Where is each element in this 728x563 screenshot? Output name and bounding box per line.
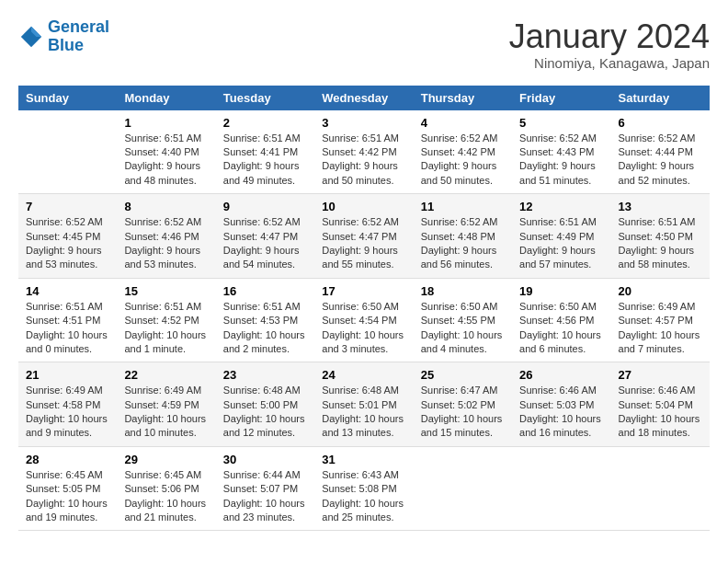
week-row-1: 1Sunrise: 6:51 AM Sunset: 4:40 PM Daylig… [18, 110, 710, 194]
day-info: Sunrise: 6:44 AM Sunset: 5:07 PM Dayligh… [223, 469, 305, 523]
calendar-cell: 14Sunrise: 6:51 AM Sunset: 4:51 PM Dayli… [18, 278, 117, 362]
day-number: 21 [26, 368, 109, 382]
calendar-cell [512, 446, 610, 531]
calendar-cell: 15Sunrise: 6:51 AM Sunset: 4:52 PM Dayli… [117, 278, 215, 362]
day-info: Sunrise: 6:51 AM Sunset: 4:50 PM Dayligh… [619, 216, 696, 270]
week-row-2: 7Sunrise: 6:52 AM Sunset: 4:45 PM Daylig… [18, 194, 710, 279]
day-info: Sunrise: 6:45 AM Sunset: 5:05 PM Dayligh… [26, 469, 108, 523]
day-number: 7 [26, 200, 109, 213]
col-header-thursday: Thursday [414, 86, 512, 110]
day-info: Sunrise: 6:52 AM Sunset: 4:47 PM Dayligh… [322, 216, 399, 270]
col-header-monday: Monday [117, 86, 215, 110]
day-number: 8 [124, 200, 208, 213]
col-header-saturday: Saturday [611, 86, 710, 110]
calendar-cell: 25Sunrise: 6:47 AM Sunset: 5:02 PM Dayli… [414, 362, 512, 447]
day-number: 26 [519, 368, 603, 382]
day-info: Sunrise: 6:52 AM Sunset: 4:45 PM Dayligh… [26, 216, 103, 270]
calendar-cell: 13Sunrise: 6:51 AM Sunset: 4:50 PM Dayli… [611, 194, 710, 279]
day-info: Sunrise: 6:46 AM Sunset: 5:04 PM Dayligh… [619, 385, 700, 438]
calendar-cell: 6Sunrise: 6:52 AM Sunset: 4:44 PM Daylig… [611, 110, 710, 194]
day-number: 15 [124, 284, 208, 298]
calendar-cell [611, 446, 710, 531]
day-info: Sunrise: 6:51 AM Sunset: 4:40 PM Dayligh… [124, 132, 201, 186]
col-header-tuesday: Tuesday [216, 86, 314, 110]
day-number: 2 [223, 116, 307, 130]
calendar-cell: 27Sunrise: 6:46 AM Sunset: 5:04 PM Dayli… [611, 362, 710, 447]
page-subtitle: Ninomiya, Kanagawa, Japan [509, 55, 710, 71]
calendar-cell: 5Sunrise: 6:52 AM Sunset: 4:43 PM Daylig… [512, 110, 610, 194]
day-number: 30 [223, 453, 307, 466]
title-block: January 2024 Ninomiya, Kanagawa, Japan [509, 18, 710, 71]
day-info: Sunrise: 6:46 AM Sunset: 5:03 PM Dayligh… [519, 385, 601, 438]
day-number: 28 [26, 453, 109, 466]
calendar-cell: 2Sunrise: 6:51 AM Sunset: 4:41 PM Daylig… [216, 110, 314, 194]
day-info: Sunrise: 6:51 AM Sunset: 4:52 PM Dayligh… [124, 301, 206, 354]
day-info: Sunrise: 6:49 AM Sunset: 4:59 PM Dayligh… [124, 385, 206, 438]
calendar-cell: 9Sunrise: 6:52 AM Sunset: 4:47 PM Daylig… [216, 194, 314, 279]
calendar-cell: 11Sunrise: 6:52 AM Sunset: 4:48 PM Dayli… [414, 194, 512, 279]
day-info: Sunrise: 6:43 AM Sunset: 5:08 PM Dayligh… [322, 469, 404, 523]
day-number: 19 [519, 284, 603, 298]
calendar-cell: 19Sunrise: 6:50 AM Sunset: 4:56 PM Dayli… [512, 278, 610, 362]
day-number: 9 [223, 200, 307, 213]
day-number: 5 [519, 116, 603, 130]
day-number: 17 [322, 284, 405, 298]
week-row-4: 21Sunrise: 6:49 AM Sunset: 4:58 PM Dayli… [18, 362, 710, 447]
day-info: Sunrise: 6:48 AM Sunset: 5:01 PM Dayligh… [322, 385, 404, 438]
day-info: Sunrise: 6:48 AM Sunset: 5:00 PM Dayligh… [223, 385, 305, 438]
logo: General Blue [18, 18, 109, 55]
day-number: 22 [124, 368, 208, 382]
week-row-3: 14Sunrise: 6:51 AM Sunset: 4:51 PM Dayli… [18, 278, 710, 362]
logo-text: General Blue [48, 18, 109, 55]
calendar-cell: 17Sunrise: 6:50 AM Sunset: 4:54 PM Dayli… [314, 278, 413, 362]
calendar-cell: 26Sunrise: 6:46 AM Sunset: 5:03 PM Dayli… [512, 362, 610, 447]
day-info: Sunrise: 6:47 AM Sunset: 5:02 PM Dayligh… [421, 385, 503, 438]
day-info: Sunrise: 6:49 AM Sunset: 4:57 PM Dayligh… [619, 301, 700, 354]
day-info: Sunrise: 6:51 AM Sunset: 4:41 PM Dayligh… [223, 132, 301, 186]
calendar-cell: 30Sunrise: 6:44 AM Sunset: 5:07 PM Dayli… [216, 446, 314, 531]
calendar-cell: 21Sunrise: 6:49 AM Sunset: 4:58 PM Dayli… [18, 362, 117, 447]
day-info: Sunrise: 6:45 AM Sunset: 5:06 PM Dayligh… [124, 469, 206, 523]
day-number: 31 [322, 453, 405, 466]
day-number: 3 [322, 116, 405, 130]
col-header-sunday: Sunday [18, 86, 117, 110]
calendar-cell: 4Sunrise: 6:52 AM Sunset: 4:42 PM Daylig… [414, 110, 512, 194]
day-number: 10 [322, 200, 405, 213]
day-number: 13 [619, 200, 702, 213]
col-header-friday: Friday [512, 86, 610, 110]
week-row-5: 28Sunrise: 6:45 AM Sunset: 5:05 PM Dayli… [18, 446, 710, 531]
day-info: Sunrise: 6:51 AM Sunset: 4:49 PM Dayligh… [519, 216, 597, 270]
day-number: 24 [322, 368, 405, 382]
calendar-cell: 16Sunrise: 6:51 AM Sunset: 4:53 PM Dayli… [216, 278, 314, 362]
calendar-cell: 31Sunrise: 6:43 AM Sunset: 5:08 PM Dayli… [314, 446, 413, 531]
logo-icon [18, 24, 44, 50]
day-info: Sunrise: 6:52 AM Sunset: 4:47 PM Dayligh… [223, 216, 301, 270]
day-number: 27 [619, 368, 702, 382]
day-number: 23 [223, 368, 307, 382]
day-info: Sunrise: 6:50 AM Sunset: 4:56 PM Dayligh… [519, 301, 601, 354]
day-info: Sunrise: 6:52 AM Sunset: 4:44 PM Dayligh… [619, 132, 696, 186]
calendar-cell: 7Sunrise: 6:52 AM Sunset: 4:45 PM Daylig… [18, 194, 117, 279]
day-info: Sunrise: 6:49 AM Sunset: 4:58 PM Dayligh… [26, 385, 108, 438]
calendar-cell: 12Sunrise: 6:51 AM Sunset: 4:49 PM Dayli… [512, 194, 610, 279]
calendar-cell: 28Sunrise: 6:45 AM Sunset: 5:05 PM Dayli… [18, 446, 117, 531]
day-info: Sunrise: 6:51 AM Sunset: 4:53 PM Dayligh… [223, 301, 305, 354]
calendar-cell: 18Sunrise: 6:50 AM Sunset: 4:55 PM Dayli… [414, 278, 512, 362]
day-number: 25 [421, 368, 505, 382]
calendar-cell: 20Sunrise: 6:49 AM Sunset: 4:57 PM Dayli… [611, 278, 710, 362]
day-number: 1 [124, 116, 208, 130]
day-info: Sunrise: 6:51 AM Sunset: 4:42 PM Dayligh… [322, 132, 399, 186]
calendar-cell: 1Sunrise: 6:51 AM Sunset: 4:40 PM Daylig… [117, 110, 215, 194]
calendar-cell: 3Sunrise: 6:51 AM Sunset: 4:42 PM Daylig… [314, 110, 413, 194]
day-info: Sunrise: 6:50 AM Sunset: 4:54 PM Dayligh… [322, 301, 404, 354]
day-number: 6 [619, 116, 702, 130]
day-number: 4 [421, 116, 505, 130]
day-info: Sunrise: 6:52 AM Sunset: 4:48 PM Dayligh… [421, 216, 498, 270]
day-number: 14 [26, 284, 109, 298]
calendar-cell: 8Sunrise: 6:52 AM Sunset: 4:46 PM Daylig… [117, 194, 215, 279]
day-info: Sunrise: 6:52 AM Sunset: 4:46 PM Dayligh… [124, 216, 201, 270]
day-info: Sunrise: 6:50 AM Sunset: 4:55 PM Dayligh… [421, 301, 503, 354]
day-number: 20 [619, 284, 702, 298]
calendar-cell [414, 446, 512, 531]
calendar-cell: 24Sunrise: 6:48 AM Sunset: 5:01 PM Dayli… [314, 362, 413, 447]
